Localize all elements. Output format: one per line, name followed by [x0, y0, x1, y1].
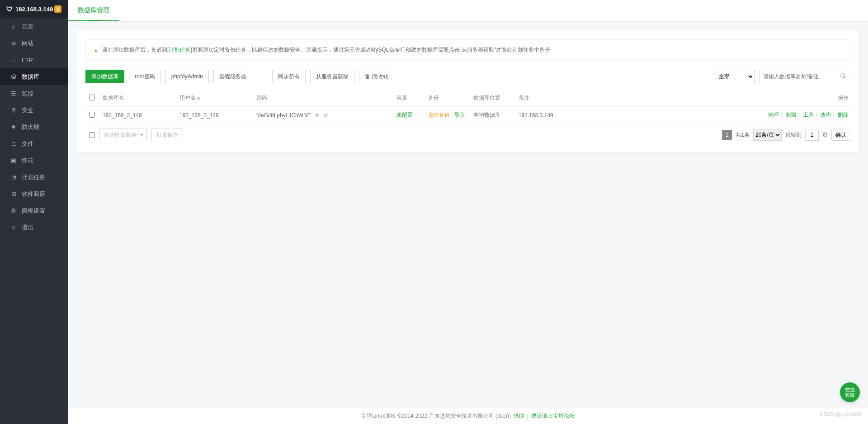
batch-action-button[interactable]: 批量操作	[151, 129, 183, 141]
col-ops: 操作	[755, 90, 850, 107]
panel: ▲ 请在添加数据库后，务必到[计划任务]页面添加定时备份任务，以确保您的数据安全…	[76, 30, 860, 152]
svg-point-0	[841, 73, 844, 77]
sidebar: 🛡 192.168.3.149 0 ⌂首页 ⊕网站 ≡FTP ⛁数据库 ☰监控 …	[0, 0, 68, 424]
sidebar-item-logout[interactable]: ⎋退出	[0, 219, 68, 236]
alert-cron-link[interactable]: 计划任务	[169, 47, 190, 53]
search-icon	[840, 73, 846, 81]
remote-server-button[interactable]: 远程服务器	[213, 70, 252, 83]
recycle-bin-button[interactable]: 🗑回收站	[359, 70, 394, 83]
clock-icon: ◔	[10, 174, 17, 181]
root-password-button[interactable]: root密码	[129, 70, 161, 83]
sidebar-item-label: FTP	[22, 57, 33, 63]
search-input[interactable]	[760, 70, 836, 83]
cell-remark[interactable]: 192.168.3.149	[515, 107, 755, 124]
search-button[interactable]	[836, 70, 850, 83]
jump-label: 跳转到	[785, 131, 802, 139]
toolbar: 添加数据库 root密码 phpMyAdmin 远程服务器 同步所有 从服务器获…	[85, 70, 850, 83]
pagination: 1 共1条 20条/页 跳转到 页 确认	[722, 129, 850, 141]
message-badge[interactable]: 0	[54, 5, 61, 13]
backup-import-link[interactable]: 导入	[454, 112, 465, 118]
sidebar-item-label: 首页	[22, 23, 33, 31]
sidebar-item-security[interactable]: ⛨安全	[0, 102, 68, 119]
home-icon: ⌂	[10, 23, 17, 30]
sidebar-item-firewall[interactable]: ❖防火墙	[0, 119, 68, 135]
sidebar-item-label: 文件	[22, 140, 33, 148]
col-capacity: 容量	[393, 90, 425, 107]
footer-help-link[interactable]: 求助	[514, 412, 524, 420]
fetch-server-button[interactable]: 从服务器获取	[310, 70, 354, 83]
col-backup: 备份	[425, 90, 470, 107]
logout-icon: ⎋	[10, 224, 17, 231]
total-count: 共1条	[736, 131, 750, 139]
cell-backup: 点击备份 | 导入	[425, 107, 470, 124]
op-manage[interactable]: 管理	[768, 112, 779, 118]
page-suffix: 页	[822, 131, 828, 139]
gear-icon: ⚙	[10, 207, 17, 214]
header-ip: 192.168.3.149	[15, 6, 53, 13]
tab-database-manage[interactable]: 数据库管理	[68, 0, 119, 21]
firewall-icon: ❖	[10, 124, 17, 130]
batch-row: 请选择批量操作 批量操作 1 共1条 20条/页 跳转到 页 确认	[85, 124, 850, 141]
cell-ops: 管理| 权限| 工具| 改密| 删除	[755, 107, 850, 124]
tab-strip: 数据库管理	[68, 0, 868, 22]
sidebar-item-label: 终端	[22, 157, 33, 165]
eye-icon[interactable]: 👁	[315, 112, 320, 119]
ftp-icon: ≡	[10, 57, 17, 63]
footer-forum-link[interactable]: 建议请上宝塔论坛	[531, 412, 575, 420]
sidebar-item-label: 退出	[22, 224, 33, 232]
add-database-button[interactable]: 添加数据库	[85, 70, 124, 83]
op-perm[interactable]: 权限	[786, 112, 797, 118]
sidebar-item-site[interactable]: ⊕网站	[0, 35, 68, 52]
database-table: 数据库名 用户名◆ 密码 容量 备份 数据库位置 备注 操作 192_168_3…	[85, 90, 850, 124]
sidebar-item-home[interactable]: ⌂首页	[0, 18, 68, 35]
table-row: 192_168_3_149 192_168_3_149 MaGc8LpbyLJC…	[85, 107, 850, 124]
main: 数据库管理 ▲ 请在添加数据库后，务必到[计划任务]页面添加定时备份任务，以确保…	[68, 0, 868, 424]
sidebar-item-database[interactable]: ⛁数据库	[0, 68, 68, 85]
sync-all-button[interactable]: 同步所有	[272, 70, 306, 83]
sidebar-item-label: 安全	[22, 106, 33, 114]
cell-password: MaGc8LpbyLJChWNE👁⧉	[256, 112, 389, 119]
row-checkbox[interactable]	[89, 112, 95, 118]
op-tool[interactable]: 工具	[803, 112, 814, 118]
sidebar-item-settings[interactable]: ⚙面板设置	[0, 202, 68, 219]
sidebar-item-cron[interactable]: ◔计划任务	[0, 169, 68, 186]
terminal-icon: ▣	[10, 157, 17, 164]
sidebar-item-label: 计划任务	[22, 173, 45, 181]
sidebar-item-store[interactable]: ⊞软件商店	[0, 186, 68, 202]
jump-confirm-button[interactable]: 确认	[831, 129, 850, 141]
warning-icon: ▲	[93, 47, 99, 53]
sidebar-item-label: 防火墙	[22, 123, 39, 131]
jump-input[interactable]	[805, 129, 819, 141]
page-size-select[interactable]: 20条/页	[753, 129, 782, 141]
alert-text: 请在添加数据库后，务必到[计划任务]页面添加定时备份任务，以确保您的数据安全。温…	[102, 46, 550, 54]
backup-click-link[interactable]: 点击备份	[428, 112, 450, 118]
monitor-icon: ☰	[10, 90, 17, 97]
cell-capacity[interactable]: 未配置	[396, 112, 413, 118]
batch-checkbox[interactable]	[89, 132, 95, 138]
sidebar-item-label: 软件商店	[22, 190, 45, 198]
select-all-checkbox[interactable]	[89, 95, 95, 100]
sidebar-item-ftp[interactable]: ≡FTP	[0, 52, 68, 68]
op-pw[interactable]: 改密	[821, 112, 831, 118]
cell-name: 192_168_3_149	[99, 107, 176, 124]
online-support-button[interactable]: 在线 客服	[840, 382, 860, 402]
col-name[interactable]: 数据库名	[99, 90, 176, 107]
sidebar-item-terminal[interactable]: ▣终端	[0, 152, 68, 169]
cell-location: 本地数据库	[470, 107, 515, 124]
table-header-row: 数据库名 用户名◆ 密码 容量 备份 数据库位置 备注 操作	[85, 90, 850, 107]
op-del[interactable]: 删除	[838, 112, 849, 118]
shield-icon: 🛡	[6, 5, 13, 13]
sidebar-item-monitor[interactable]: ☰监控	[0, 85, 68, 102]
current-page: 1	[722, 130, 732, 140]
batch-select[interactable]: 请选择批量操作	[99, 129, 147, 141]
col-location: 数据库位置	[470, 90, 515, 107]
copy-icon[interactable]: ⧉	[324, 112, 328, 119]
content: ▲ 请在添加数据库后，务必到[计划任务]页面添加定时备份任务，以确保您的数据安全…	[68, 22, 868, 408]
col-user[interactable]: 用户名◆	[176, 90, 253, 107]
footer-product: 宝塔Linux面板 ©2014-2022 广东堡塔安全技术有限公司 (bt.cn…	[361, 412, 511, 420]
filter-select[interactable]: 全部	[714, 70, 755, 83]
sidebar-item-files[interactable]: 🗀文件	[0, 135, 68, 152]
trash-icon: 🗑	[365, 73, 370, 80]
phpmyadmin-button[interactable]: phpMyAdmin	[165, 70, 209, 83]
alert-tip: ▲ 请在添加数据库后，务必到[计划任务]页面添加定时备份任务，以确保您的数据安全…	[85, 39, 850, 61]
